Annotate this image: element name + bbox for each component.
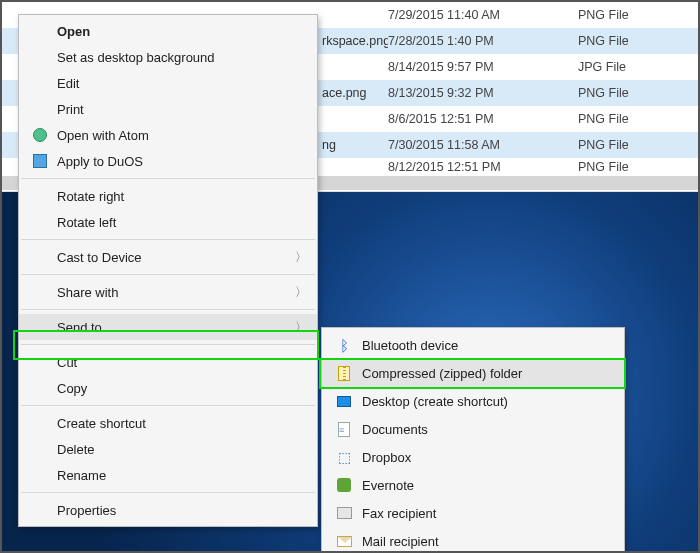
file-date: 7/28/2015 1:40 PM bbox=[388, 28, 578, 54]
atom-icon bbox=[29, 124, 51, 146]
menu-open-with-atom[interactable]: Open with Atom bbox=[19, 122, 317, 148]
menu-open[interactable]: Open bbox=[19, 18, 317, 44]
menu-create-shortcut[interactable]: Create shortcut bbox=[19, 410, 317, 436]
menu-separator bbox=[21, 405, 315, 406]
zip-icon bbox=[332, 363, 356, 383]
file-date: 8/13/2015 9:32 PM bbox=[388, 80, 578, 106]
submenu-arrow-icon: 〉 bbox=[295, 319, 307, 336]
file-name bbox=[322, 158, 388, 176]
desktop-icon bbox=[332, 391, 356, 411]
dropbox-icon: ⬚ bbox=[332, 447, 356, 467]
file-name bbox=[322, 54, 388, 80]
menu-apply-to-duos[interactable]: Apply to DuOS bbox=[19, 148, 317, 174]
file-type: PNG File bbox=[578, 106, 698, 132]
menu-separator bbox=[21, 492, 315, 493]
menu-send-to[interactable]: Send to〉 bbox=[19, 314, 317, 340]
menu-share-with[interactable]: Share with〉 bbox=[19, 279, 317, 305]
context-menu: Open Set as desktop background Edit Prin… bbox=[18, 14, 318, 527]
menu-rotate-right[interactable]: Rotate right bbox=[19, 183, 317, 209]
file-type: PNG File bbox=[578, 158, 698, 176]
file-name: rkspace.png bbox=[322, 28, 388, 54]
submenu-arrow-icon: 〉 bbox=[295, 249, 307, 266]
file-name: ng bbox=[322, 132, 388, 158]
menu-rotate-left[interactable]: Rotate left bbox=[19, 209, 317, 235]
bluetooth-icon: ᛒ bbox=[332, 335, 356, 355]
documents-icon bbox=[332, 419, 356, 439]
menu-cut[interactable]: Cut bbox=[19, 349, 317, 375]
menu-rename[interactable]: Rename bbox=[19, 462, 317, 488]
file-date: 8/12/2015 12:51 PM bbox=[388, 158, 578, 176]
menu-separator bbox=[21, 274, 315, 275]
file-date: 8/6/2015 12:51 PM bbox=[388, 106, 578, 132]
submenu-compressed-folder[interactable]: Compressed (zipped) folder bbox=[322, 359, 624, 387]
submenu-mail[interactable]: Mail recipient bbox=[322, 527, 624, 553]
file-type: PNG File bbox=[578, 2, 698, 28]
file-name bbox=[322, 2, 388, 28]
submenu-bluetooth[interactable]: ᛒBluetooth device bbox=[322, 331, 624, 359]
file-name bbox=[322, 106, 388, 132]
file-type: JPG File bbox=[578, 54, 698, 80]
file-type: PNG File bbox=[578, 132, 698, 158]
file-date: 7/29/2015 11:40 AM bbox=[388, 2, 578, 28]
menu-separator bbox=[21, 178, 315, 179]
menu-separator bbox=[21, 239, 315, 240]
menu-edit[interactable]: Edit bbox=[19, 70, 317, 96]
evernote-icon bbox=[332, 475, 356, 495]
fax-icon bbox=[332, 503, 356, 523]
mail-icon bbox=[332, 531, 356, 551]
menu-print[interactable]: Print bbox=[19, 96, 317, 122]
file-type: PNG File bbox=[578, 28, 698, 54]
submenu-documents[interactable]: Documents bbox=[322, 415, 624, 443]
submenu-desktop-shortcut[interactable]: Desktop (create shortcut) bbox=[322, 387, 624, 415]
menu-copy[interactable]: Copy bbox=[19, 375, 317, 401]
file-name: ace.png bbox=[322, 80, 388, 106]
menu-separator bbox=[21, 344, 315, 345]
menu-separator bbox=[21, 309, 315, 310]
send-to-submenu: ᛒBluetooth device Compressed (zipped) fo… bbox=[321, 327, 625, 553]
file-type: PNG File bbox=[578, 80, 698, 106]
file-date: 8/14/2015 9:57 PM bbox=[388, 54, 578, 80]
menu-cast-to-device[interactable]: Cast to Device〉 bbox=[19, 244, 317, 270]
submenu-dropbox[interactable]: ⬚Dropbox bbox=[322, 443, 624, 471]
menu-properties[interactable]: Properties bbox=[19, 497, 317, 523]
duos-icon bbox=[29, 150, 51, 172]
menu-delete[interactable]: Delete bbox=[19, 436, 317, 462]
submenu-arrow-icon: 〉 bbox=[295, 284, 307, 301]
file-date: 7/30/2015 11:58 AM bbox=[388, 132, 578, 158]
submenu-fax[interactable]: Fax recipient bbox=[322, 499, 624, 527]
submenu-evernote[interactable]: Evernote bbox=[322, 471, 624, 499]
menu-set-background[interactable]: Set as desktop background bbox=[19, 44, 317, 70]
